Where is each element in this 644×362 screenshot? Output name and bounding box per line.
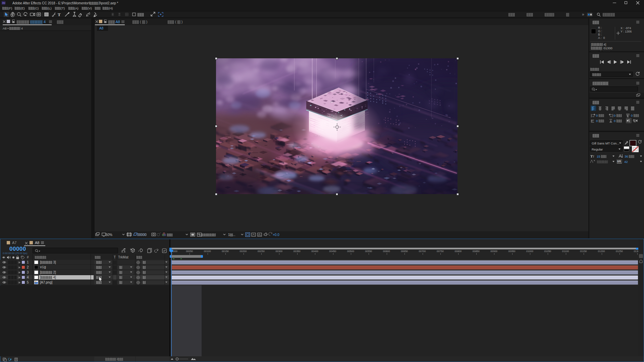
svg-text:T: T	[593, 155, 594, 158]
svg-text:T: T	[58, 12, 61, 17]
svg-text:VA: VA	[617, 160, 621, 163]
